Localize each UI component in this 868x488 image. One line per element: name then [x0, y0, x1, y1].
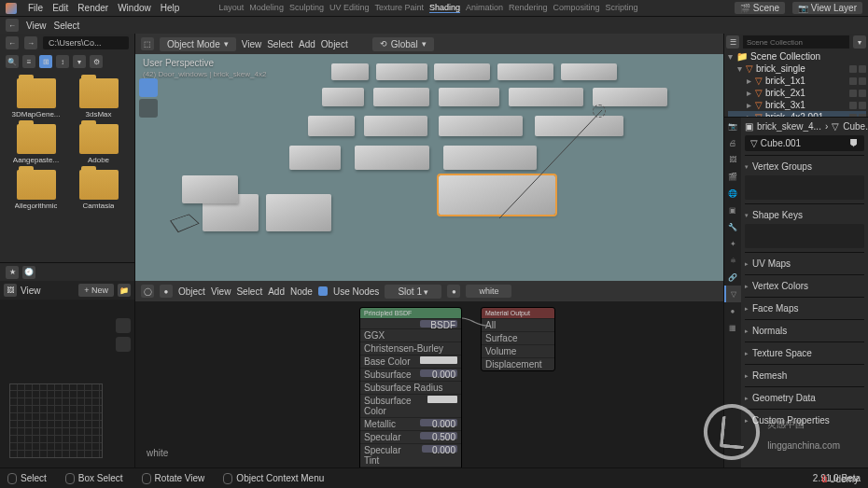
- light-gizmo-icon[interactable]: [593, 105, 606, 118]
- tab-texturepaint[interactable]: Texture Paint: [374, 3, 424, 13]
- prop-tab-world-icon[interactable]: 🌐: [724, 185, 741, 202]
- editor-type-icon[interactable]: 🖼: [4, 284, 17, 297]
- tab-animation[interactable]: Animation: [466, 3, 503, 13]
- node-header[interactable]: Material Output: [482, 308, 554, 318]
- prop-tab-view-icon[interactable]: 🖼: [724, 151, 741, 168]
- display-list-icon[interactable]: ≡: [22, 55, 35, 68]
- menu-file[interactable]: File: [28, 3, 43, 13]
- section-header[interactable]: ▸Remesh: [745, 369, 864, 383]
- search-icon[interactable]: 🔍: [6, 55, 19, 68]
- outliner-row[interactable]: ▾▽brick_single: [728, 63, 866, 75]
- tab-compositing[interactable]: Compositing: [553, 3, 600, 13]
- tab-uvediting[interactable]: UV Editing: [329, 3, 370, 13]
- prop-tab-data-icon[interactable]: ▽: [724, 286, 741, 302]
- settings-icon[interactable]: ⚙: [90, 55, 103, 68]
- editor-type-icon[interactable]: ⬚: [141, 37, 154, 50]
- prop-tab-render-icon[interactable]: 📷: [724, 118, 741, 134]
- menu-help[interactable]: Help: [161, 3, 180, 13]
- back-icon[interactable]: ←: [6, 19, 19, 32]
- tab-rendering[interactable]: Rendering: [509, 3, 548, 13]
- tab-shading[interactable]: Shading: [429, 3, 460, 13]
- prop-tab-object-icon[interactable]: ▣: [724, 202, 741, 218]
- shape-keys-list[interactable]: [745, 224, 864, 248]
- principled-bsdf-node[interactable]: Principled BSDF BSDFGGXChristensen-Burle…: [359, 307, 462, 488]
- viewlayer-selector[interactable]: 📷 View Layer: [792, 2, 862, 14]
- use-nodes-checkbox[interactable]: [318, 286, 328, 296]
- outliner-row[interactable]: ▸▽brick_1x1: [728, 75, 866, 87]
- tab-modeling[interactable]: Modeling: [249, 3, 284, 13]
- vp-menu-add[interactable]: Add: [299, 39, 315, 49]
- filter-icon[interactable]: ▾: [853, 35, 866, 49]
- ne-menu-view[interactable]: View: [211, 286, 231, 297]
- material-output-node[interactable]: Material Output All Surface Volume Displ…: [481, 307, 555, 371]
- ne-menu-node[interactable]: Node: [290, 286, 313, 297]
- zoom-icon[interactable]: [116, 318, 131, 333]
- new-image-button[interactable]: + New: [78, 284, 114, 297]
- material-name-field[interactable]: white: [466, 285, 511, 298]
- section-header[interactable]: ▸Face Maps: [745, 301, 864, 315]
- tab-layout[interactable]: Layout: [218, 3, 244, 13]
- section-header[interactable]: ▸Custom Properties: [745, 413, 864, 427]
- shader-type-icon[interactable]: ●: [160, 285, 173, 298]
- vp-menu-view[interactable]: View: [242, 39, 262, 49]
- folder-item[interactable]: Adobe: [70, 124, 127, 164]
- orientation-dropdown[interactable]: ⟲ Global ▾: [372, 37, 434, 51]
- folder-item[interactable]: 3DMapGene...: [7, 78, 64, 119]
- prop-tab-texture-icon[interactable]: ▦: [724, 319, 741, 336]
- folder-item[interactable]: Aangepaste...: [7, 124, 64, 164]
- recent-icon[interactable]: 🕘: [22, 266, 35, 279]
- editor-type-icon[interactable]: ◯: [141, 285, 154, 298]
- ne-menu-add[interactable]: Add: [268, 286, 285, 297]
- folder-item[interactable]: Allegorithmic: [7, 170, 64, 210]
- filter-icon[interactable]: ▾: [73, 55, 86, 68]
- menu-edit[interactable]: Edit: [52, 3, 68, 13]
- vertex-groups-list[interactable]: [745, 175, 864, 200]
- folder-item[interactable]: 3dsMax: [70, 78, 127, 119]
- mode-dropdown[interactable]: Object Mode ▾: [160, 37, 236, 51]
- sort-icon[interactable]: ↕: [56, 55, 69, 68]
- secondbar-view[interactable]: View: [26, 21, 47, 31]
- selected-brick[interactable]: [439, 175, 555, 215]
- node-header[interactable]: Principled BSDF: [360, 308, 461, 318]
- preview-grid[interactable]: [9, 383, 103, 458]
- section-header[interactable]: ▸Normals: [745, 324, 864, 338]
- secondbar-select[interactable]: Select: [54, 21, 80, 31]
- vp-menu-select[interactable]: Select: [267, 39, 293, 49]
- bookmark-icon[interactable]: ★: [6, 266, 19, 279]
- prop-tab-physics-icon[interactable]: ⚛: [724, 252, 741, 269]
- nav-fwd-icon[interactable]: →: [24, 36, 37, 49]
- menu-render[interactable]: Render: [77, 3, 108, 13]
- slot-dropdown[interactable]: Slot 1 ▾: [385, 285, 441, 299]
- section-header[interactable]: ▸Texture Space: [745, 346, 864, 360]
- outliner-type-icon[interactable]: ☰: [726, 35, 739, 49]
- tab-sculpting[interactable]: Sculpting: [289, 3, 324, 13]
- pan-icon[interactable]: [116, 337, 131, 352]
- object-name-field[interactable]: ▽ Cube.001⛊: [745, 135, 864, 151]
- prop-tab-particles-icon[interactable]: ✦: [724, 235, 741, 252]
- preview-view-menu[interactable]: View: [21, 286, 41, 296]
- outliner-row[interactable]: ▸▽brick_2x1: [728, 87, 866, 99]
- outliner-row[interactable]: ▸▽brick_3x1: [728, 99, 866, 111]
- menu-window[interactable]: Window: [118, 3, 151, 13]
- section-header[interactable]: ▾Shape Keys: [745, 208, 864, 222]
- folder-item[interactable]: Camtasia: [70, 170, 127, 210]
- ne-type-dropdown[interactable]: Object: [178, 286, 205, 297]
- section-header[interactable]: ▸Vertex Colors: [745, 279, 864, 293]
- section-header[interactable]: ▸Geometry Data: [745, 391, 864, 405]
- path-field[interactable]: C:\Users\Co...: [43, 36, 129, 49]
- section-header[interactable]: ▸UV Maps: [745, 257, 864, 271]
- scene-selector[interactable]: 🎬 Scene: [735, 2, 785, 14]
- section-header[interactable]: ▾Vertex Groups: [745, 160, 864, 174]
- display-grid-icon[interactable]: ⊞: [39, 55, 52, 68]
- outliner-row[interactable]: ▾📁Scene Collection: [728, 50, 866, 63]
- outliner-row-selected[interactable]: ▸▽brick_4x2.001: [728, 111, 866, 118]
- material-ball-icon[interactable]: ●: [447, 285, 460, 298]
- tab-scripting[interactable]: Scripting: [606, 3, 638, 13]
- open-image-icon[interactable]: 📁: [118, 284, 131, 297]
- prop-tab-output-icon[interactable]: 🖨: [724, 134, 741, 151]
- prop-tab-modifiers-icon[interactable]: 🔧: [724, 218, 741, 235]
- prop-tab-scene-icon[interactable]: 🎬: [724, 168, 741, 185]
- prop-tab-constraints-icon[interactable]: 🔗: [724, 269, 741, 286]
- vp-menu-object[interactable]: Object: [321, 39, 348, 49]
- prop-tab-material-icon[interactable]: ●: [724, 302, 741, 319]
